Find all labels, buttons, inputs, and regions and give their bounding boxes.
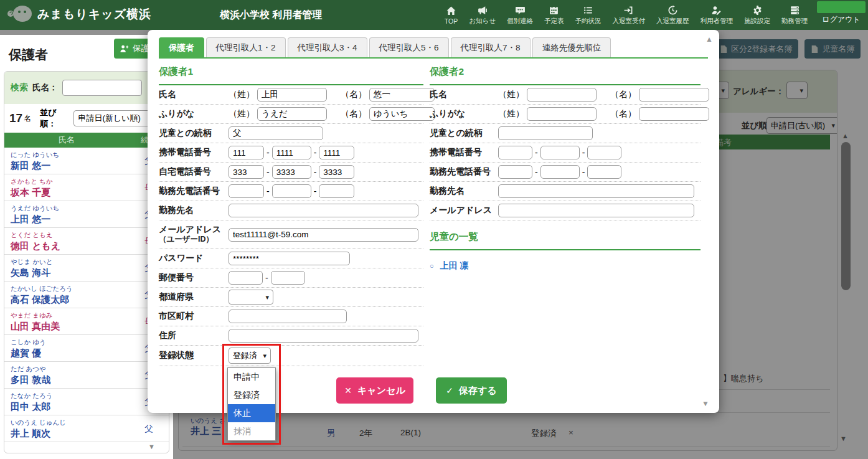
g2-mobile2-input[interactable] (540, 146, 580, 159)
server-icon (790, 5, 800, 16)
g2-relation-input[interactable] (498, 126, 593, 140)
g1-worktel3-input[interactable] (319, 184, 354, 198)
g1-zip1-input[interactable] (229, 271, 263, 285)
tab-proxy-1-2[interactable]: 代理引取人1・2 (206, 37, 286, 57)
g1-city-input[interactable] (229, 310, 347, 323)
guardian-list-item[interactable]: にった ゆういち 新田 悠一 父 (4, 148, 169, 174)
nav-item-work-management[interactable]: 勤務管理 (776, 0, 813, 30)
g2-workname-input[interactable] (498, 184, 694, 198)
nav-item-facility-settings[interactable]: 施設設定 (738, 0, 776, 30)
logout-button[interactable]: ログアウト (817, 1, 866, 25)
logout-pill-icon (817, 1, 866, 13)
sei-label: （姓） (498, 89, 524, 100)
modal-scroll-down-icon[interactable]: ▼ (702, 399, 709, 408)
main-nav: TOP お知らせ 個別連絡 予定表 予約状況 入退室受付 (439, 0, 813, 30)
g1-workname-input[interactable] (229, 204, 418, 217)
kana-label: ふりがな (430, 108, 498, 120)
g1-email-input[interactable] (229, 228, 418, 242)
g2-mobile3-input[interactable] (587, 146, 621, 159)
g2-mobile1-input[interactable] (498, 146, 532, 159)
cancel-button-label: キャンセル (357, 385, 405, 397)
work-tel-label: 勤務先電話番号 (159, 186, 229, 197)
guardian1-section: 保護者1 氏名 （姓） （名） ふりがな （姓） （名） 児童との続柄 (159, 64, 423, 366)
g1-sei-input[interactable] (257, 88, 327, 102)
guardian-list-item[interactable]: さかもと ちか 坂本 千夏 母 (4, 174, 169, 201)
sei-label: （姓） (229, 108, 255, 120)
g1-relation-input[interactable] (229, 126, 323, 140)
g2-worktel2-input[interactable] (540, 165, 580, 179)
g2-worktel1-input[interactable] (498, 165, 532, 179)
guardian-count-unit: 名 (24, 113, 31, 124)
search-label: 検索 (11, 82, 28, 93)
g1-kana-sei-input[interactable] (257, 107, 327, 121)
name-label: 氏名 (430, 89, 498, 100)
guardian-list-item[interactable]: やまだ まゆみ 山田 真由美 母 (4, 308, 169, 335)
g1-pref-select[interactable] (229, 290, 273, 305)
relation-label: 児童との続柄 (430, 128, 498, 139)
name-search-input[interactable] (62, 80, 142, 96)
user-edit-icon (711, 5, 722, 16)
scroll-down-icon[interactable]: ▼ (148, 443, 155, 450)
guardian1-heading: 保護者1 (159, 64, 423, 85)
nav-item-top[interactable]: TOP (439, 0, 463, 30)
user-plus-icon (120, 44, 129, 54)
guardian-list-item[interactable]: いのうえ じゅんじ 井上 順次 父 (4, 415, 169, 442)
sidebar-sort-label: 並び順： (40, 107, 71, 130)
g1-mobile1-input[interactable] (229, 146, 264, 159)
nav-item-individual-contact[interactable]: 個別連絡 (501, 0, 539, 30)
guardian-relation: 父 (131, 424, 166, 435)
g2-kana-mei-input[interactable] (639, 107, 709, 121)
save-button[interactable]: ✓ 保存する (436, 377, 507, 404)
tab-proxy-3-4[interactable]: 代理引取人3・4 (288, 37, 367, 57)
guardian-list-item[interactable]: とくだ ともえ 徳田 ともえ 母 (4, 228, 169, 255)
check-icon: ✓ (446, 386, 453, 395)
g2-kana-sei-input[interactable] (527, 107, 597, 121)
guardian-list-item[interactable]: やじま かいと 矢島 海斗 父 (4, 255, 169, 282)
sei-label: （姓） (498, 108, 524, 120)
nav-item-entry-exit-reception[interactable]: 入退室受付 (607, 0, 651, 30)
tab-proxy-5-6[interactable]: 代理引取人5・6 (369, 37, 449, 57)
g1-password-input[interactable] (229, 252, 350, 265)
status-option-pending[interactable]: 申請中 (228, 368, 275, 386)
g1-zip2-input[interactable] (271, 271, 305, 285)
tab-proxy-7-8[interactable]: 代理引取人7・8 (451, 37, 531, 57)
g2-mei-input[interactable] (639, 88, 709, 102)
guardian-list-item[interactable]: こしか ゆう 越賀 優 父 (4, 335, 169, 362)
g1-mei-input[interactable] (369, 88, 435, 102)
app-logo[interactable]: みまもりキッズ横浜 (6, 4, 151, 25)
nav-item-schedule[interactable]: 予定表 (539, 0, 570, 30)
status-option-registered[interactable]: 登録済 (228, 386, 275, 404)
nav-item-reservation-status[interactable]: 予約状況 (570, 0, 607, 30)
count-and-sort-row: 17 名 並び順： 申請日(新しい順) (4, 104, 169, 133)
g1-address-input[interactable] (229, 329, 418, 343)
tab-guardian[interactable]: 保護者 (159, 37, 204, 57)
g1-kana-mei-input[interactable] (369, 107, 435, 121)
nav-item-news[interactable]: お知らせ (463, 0, 501, 30)
g1-home3-input[interactable] (319, 165, 354, 179)
nav-item-user-management[interactable]: 利用者管理 (695, 0, 739, 30)
mei-label: （名） (610, 108, 636, 120)
g2-worktel3-input[interactable] (587, 165, 621, 179)
column-name: 氏名 (4, 135, 129, 146)
g1-worktel2-input[interactable] (272, 184, 311, 198)
g2-sei-input[interactable] (527, 88, 597, 102)
g2-email-input[interactable] (498, 204, 694, 217)
g1-status-select[interactable]: 登録済 (229, 348, 271, 364)
guardian-list-item[interactable]: うえだ ゆういち 上田 悠一 父 (4, 201, 169, 228)
kana-label: ふりがな (159, 108, 229, 120)
child-link[interactable]: 上田 凛 (440, 260, 469, 272)
cancel-button[interactable]: ✕ キャンセル (336, 377, 413, 404)
page-title: 横浜小学校 利用者管理 (220, 9, 322, 22)
tab-contact-priority[interactable]: 連絡先優先順位 (532, 37, 611, 57)
g1-home2-input[interactable] (272, 165, 311, 179)
g1-mobile2-input[interactable] (272, 146, 311, 159)
g1-worktel1-input[interactable] (229, 184, 264, 198)
home-tel-label: 自宅電話番号 (159, 166, 229, 177)
g1-home1-input[interactable] (229, 165, 264, 179)
status-option-suspended[interactable]: 休止 (228, 404, 275, 422)
g1-mobile3-input[interactable] (319, 146, 354, 159)
nav-item-entry-exit-history[interactable]: 入退室履歴 (651, 0, 695, 30)
guardian-list-item[interactable]: たなか たろう 田中 太郎 父 (4, 389, 169, 415)
guardian-list-item[interactable]: たかいし ほごたろう 高石 保護太郎 父 (4, 282, 169, 308)
guardian-list-item[interactable]: ただ あつや 多田 敦哉 父 (4, 362, 169, 389)
